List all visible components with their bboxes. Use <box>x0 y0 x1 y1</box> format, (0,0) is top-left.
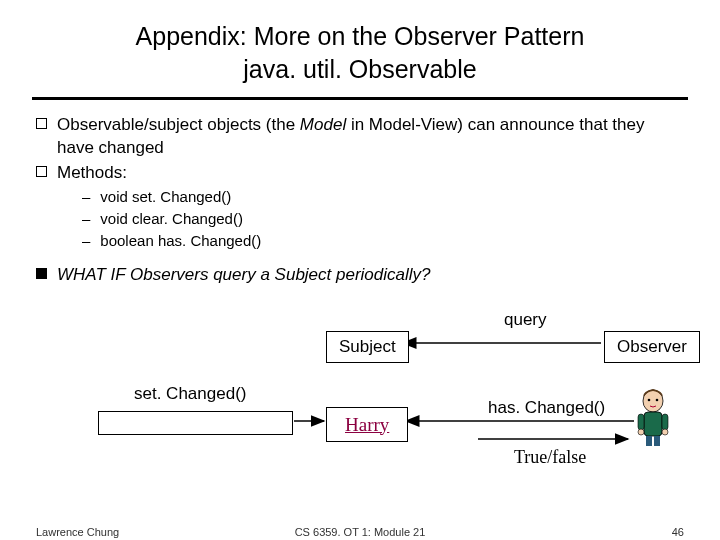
empty-box <box>98 411 293 435</box>
method2-text: void clear. Changed() <box>100 209 243 229</box>
method-clearchanged: – void clear. Changed() <box>36 209 684 229</box>
footer-course: CS 6359. OT 1: Module 21 <box>295 526 426 538</box>
filled-square-bullet-icon <box>36 268 47 279</box>
diagram: query Subject Observer set. Changed() Ha… <box>36 289 684 479</box>
square-bullet-icon <box>36 118 47 129</box>
observer-box: Observer <box>604 331 700 364</box>
method-setchanged: – void set. Changed() <box>36 187 684 207</box>
svg-point-10 <box>638 429 644 435</box>
query-label: query <box>504 309 547 332</box>
dash-icon: – <box>82 209 90 229</box>
bullet1-pre: Observable/subject objects (the <box>57 115 300 134</box>
svg-point-11 <box>662 429 668 435</box>
truefalse-label: True/false <box>514 445 586 469</box>
haschanged-label: has. Changed() <box>488 397 605 420</box>
svg-rect-13 <box>654 436 660 446</box>
bullet3-text: WHAT IF Observers query a Subject period… <box>57 264 431 287</box>
person-icon <box>632 387 674 447</box>
harry-box: Harry <box>326 407 408 443</box>
title-divider <box>32 97 688 100</box>
footer-page: 46 <box>672 526 684 538</box>
svg-rect-9 <box>662 414 668 430</box>
subject-box: Subject <box>326 331 409 364</box>
footer-author: Lawrence Chung <box>36 526 119 538</box>
bullet-methods: Methods: <box>36 162 684 185</box>
svg-rect-8 <box>638 414 644 430</box>
svg-point-5 <box>648 398 651 401</box>
method1-text: void set. Changed() <box>100 187 231 207</box>
svg-rect-7 <box>644 412 662 436</box>
method3-text: boolean has. Changed() <box>100 231 261 251</box>
bullet1-em: Model <box>300 115 346 134</box>
dash-icon: – <box>82 187 90 207</box>
square-bullet-icon <box>36 166 47 177</box>
svg-point-6 <box>656 398 659 401</box>
method-haschanged: – boolean has. Changed() <box>36 231 684 251</box>
dash-icon: – <box>82 231 90 251</box>
title-line2: java. util. Observable <box>243 55 476 83</box>
bullet2-text: Methods: <box>57 162 127 185</box>
bullet-observable: Observable/subject objects (the Model in… <box>36 114 684 160</box>
setchanged-label: set. Changed() <box>134 383 246 406</box>
bullet-whatif: WHAT IF Observers query a Subject period… <box>36 264 684 287</box>
title-line1: Appendix: More on the Observer Pattern <box>136 22 585 50</box>
svg-rect-12 <box>646 436 652 446</box>
